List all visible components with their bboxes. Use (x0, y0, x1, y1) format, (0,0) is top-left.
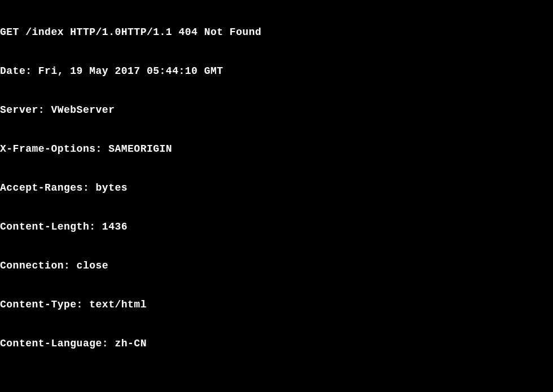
output-line: Content-Length: 1436 (0, 221, 553, 234)
output-line: Connection: close (0, 259, 553, 272)
output-line: GET /index HTTP/1.0HTTP/1.1 404 Not Foun… (0, 26, 553, 39)
output-line: Server: VWebServer (0, 104, 553, 117)
output-line: Content-Type: text/html (0, 298, 553, 311)
output-line: Content-Language: zh-CN (0, 337, 553, 350)
terminal-output: GET /index HTTP/1.0HTTP/1.1 404 Not Foun… (0, 0, 553, 392)
output-line: Date: Fri, 19 May 2017 05:44:10 GMT (0, 65, 553, 78)
output-line: X-Frame-Options: SAMEORIGIN (0, 143, 553, 156)
output-line: Accept-Ranges: bytes (0, 182, 553, 195)
